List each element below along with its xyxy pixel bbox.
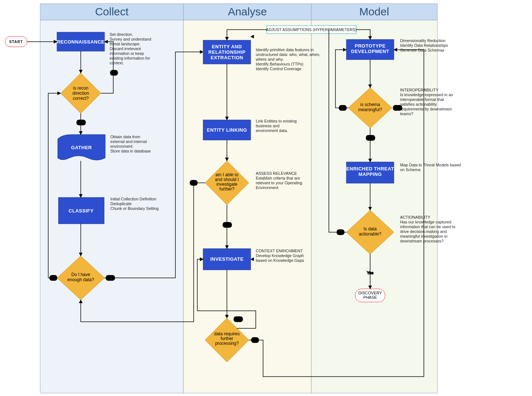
svg-text:is recondirectioncorrect?: is recondirectioncorrect?: [72, 86, 89, 101]
svg-rect-3: [183, 20, 311, 393]
entity-linking-process: ENTITY LINKING: [203, 120, 251, 140]
svg-text:yes: yes: [107, 276, 113, 280]
col-model-header: Model: [359, 5, 389, 18]
svg-text:ACTIONABILITYHas our knowledge: ACTIONABILITYHas our knowledge capturedi…: [400, 215, 455, 243]
svg-text:ADJUST ASSUMPTIONS (HYPERPARAM: ADJUST ASSUMPTIONS (HYPERPARAMETERS): [266, 27, 357, 32]
svg-text:yes: yes: [368, 136, 373, 140]
enriched-mapping-process: ENRICHED THREATMAPPING: [346, 162, 394, 183]
svg-text:PROTOTYPEDEVELOPMENT: PROTOTYPEDEVELOPMENT: [351, 43, 389, 54]
svg-text:ENTITY LINKING: ENTITY LINKING: [207, 127, 247, 133]
entity-extraction-process: ENTITY ANDRELATIONSHIPEXTRACTION: [203, 40, 251, 64]
col-collect-header: Collect: [95, 5, 129, 18]
svg-text:ENTITY  ANDRELATIONSHIPEXTRACT: ENTITY ANDRELATIONSHIPEXTRACTION: [208, 44, 246, 60]
svg-text:INVESTIGATE: INVESTIGATE: [210, 256, 243, 262]
svg-text:no: no: [341, 106, 345, 110]
start-terminal: START: [5, 37, 27, 47]
svg-text:yes: yes: [395, 106, 400, 110]
svg-text:no: no: [253, 338, 257, 342]
svg-text:no: no: [112, 71, 116, 75]
svg-text:START: START: [9, 40, 23, 44]
svg-text:GATHER: GATHER: [71, 145, 92, 150]
svg-text:CONTEXT ENRICHMENTDevelop Know: CONTEXT ENRICHMENTDevelop Knowledge Grap…: [256, 249, 304, 263]
classify-process: CLASSIFY: [58, 197, 104, 224]
svg-text:no: no: [191, 181, 196, 185]
reconnaissance-process: RECONNAISSANCE: [57, 32, 105, 51]
svg-text:RECONNAISSANCE: RECONNAISSANCE: [57, 39, 105, 45]
svg-text:no: no: [338, 230, 343, 234]
svg-text:CLASSIFY: CLASSIFY: [69, 208, 94, 214]
svg-text:yes: yes: [235, 317, 241, 321]
svg-text:yes: yes: [78, 120, 84, 124]
investigate-process: INVESTIGATE: [203, 249, 251, 270]
col-analyse-header: Analyse: [228, 5, 267, 18]
svg-text:yes: yes: [224, 223, 230, 227]
svg-text:Yes: Yes: [367, 271, 373, 275]
actionable-decision-desc: ACTIONABILITYHas our knowledge capturedi…: [400, 215, 455, 243]
svg-rect-5: [311, 20, 437, 393]
adjust-assumptions-label: ADJUST ASSUMPTIONS (HYPERPARAMETERS): [266, 26, 357, 34]
svg-text:is schemameaningful?: is schemameaningful?: [358, 102, 382, 112]
discovery-phase-terminal: DISCOVERYPHASE: [355, 289, 385, 302]
svg-text:no: no: [51, 276, 56, 280]
investigate-desc: CONTEXT ENRICHMENTDevelop Knowledge Grap…: [256, 249, 304, 263]
prototype-dev-process: PROTOTYPEDEVELOPMENT: [346, 39, 394, 60]
